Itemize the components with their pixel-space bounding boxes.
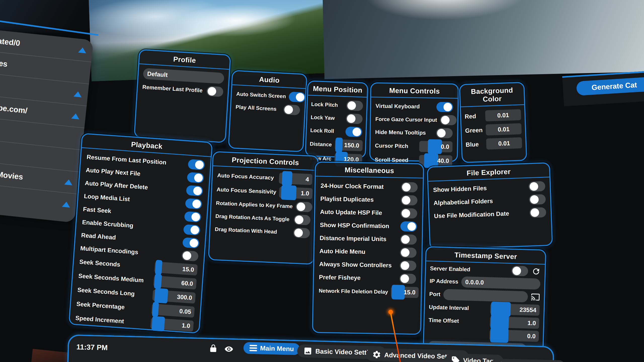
slider-handle[interactable]: [424, 153, 438, 168]
toggle-knob: [191, 212, 200, 221]
slider-seek-percentage[interactable]: 0.05: [151, 304, 195, 318]
slider-auto-focus-sensitivity[interactable]: 1.0: [279, 187, 313, 199]
collapse-arrow-icon[interactable]: [62, 201, 70, 208]
slider-handle[interactable]: [490, 328, 509, 343]
slider-handle[interactable]: [392, 285, 405, 300]
toggle-server-enabled[interactable]: [511, 266, 528, 276]
toggle-lock-pitch[interactable]: [346, 100, 363, 111]
toggle-rotation-applies-to-key-frame[interactable]: [295, 202, 312, 212]
toggle-knob: [189, 239, 198, 248]
ip-address-field[interactable]: 0.0.0.0: [461, 276, 540, 290]
setting-label: Lock Yaw: [311, 114, 335, 121]
setting-row: Hide Menu Tooltips: [375, 126, 453, 140]
setting-label: 24-Hour Clock Format: [320, 182, 384, 190]
slider-handle[interactable]: [155, 260, 163, 275]
toggle-knob: [347, 101, 356, 110]
slider-auto-focus-accuracy[interactable]: 4: [279, 173, 312, 185]
toggle-lock-yaw[interactable]: [346, 113, 363, 124]
slider-seek-seconds-medium[interactable]: 60.0: [153, 276, 197, 290]
toggle-auto-play-after-delete[interactable]: [186, 185, 203, 196]
toggle-lock-roll[interactable]: [345, 126, 362, 137]
lock-icon[interactable]: [209, 344, 218, 353]
toggle-24-hour-clock-format[interactable]: [401, 182, 418, 192]
collapse-arrow-icon[interactable]: [71, 113, 80, 119]
slider-handle[interactable]: [154, 274, 162, 289]
toggle-playlist-duplicates[interactable]: [401, 195, 418, 205]
toggle-remember-last-profile[interactable]: [206, 86, 223, 97]
slider-extra-offset[interactable]: 0.0: [489, 330, 539, 342]
collapse-arrow-icon[interactable]: [73, 91, 82, 97]
toggle-drag-rotation-with-head[interactable]: [293, 228, 310, 238]
slider-distance[interactable]: 150.0: [335, 139, 363, 151]
toggle-multipart-encodings[interactable]: [181, 250, 199, 262]
toggle-fast-seek[interactable]: [184, 211, 202, 222]
toggle-knob: [296, 93, 305, 102]
slider-value: 40.0: [437, 157, 449, 164]
toggle-alphabetical-folders[interactable]: [529, 194, 546, 205]
button-label: Main Menu: [260, 344, 294, 353]
port-field[interactable]: [443, 289, 528, 302]
slider-speed-increment[interactable]: 1.0: [150, 318, 194, 332]
toggle-auto-switch-screen[interactable]: [289, 92, 306, 102]
toggle-hide-menu-tooltips[interactable]: [436, 128, 453, 138]
toggle-loop-media-list[interactable]: [185, 198, 202, 209]
toggle-always-show-controllers[interactable]: [399, 260, 416, 271]
toggle-use-file-modification-date[interactable]: [529, 207, 546, 218]
slider-network-file-deletion-delay[interactable]: 15.0: [391, 287, 419, 298]
slider-handle[interactable]: [282, 171, 292, 186]
toggle-prefer-fisheye[interactable]: [399, 274, 416, 284]
exit-heresphere-button[interactable]: Exit HereSphere: [491, 358, 566, 362]
slider-handle[interactable]: [281, 185, 297, 200]
slider-update-interval[interactable]: 23554: [490, 303, 540, 316]
toggle-auto-play-next-file[interactable]: [187, 172, 204, 183]
main-menu-button[interactable]: Main Menu: [243, 342, 300, 355]
eye-icon[interactable]: [224, 344, 233, 354]
collapse-arrow-icon[interactable]: [78, 47, 87, 53]
slider-value: 15.0: [404, 289, 415, 296]
file-list-label: Shares: [0, 57, 8, 69]
field-value: 0.0.0.0: [465, 279, 484, 286]
cast-icon[interactable]: [531, 292, 540, 302]
toggle-knob: [407, 222, 416, 231]
collapse-arrow-icon[interactable]: [64, 179, 73, 185]
setting-label: Drag Rotation Acts As Toggle: [215, 213, 290, 222]
field-red[interactable]: 0.01: [485, 109, 521, 121]
image-icon: [303, 346, 312, 356]
toggle-resume-from-last-position[interactable]: [188, 159, 205, 170]
slider-handle[interactable]: [491, 302, 511, 317]
toggle-drag-rotation-acts-as-toggle[interactable]: [294, 214, 311, 225]
setting-label: Force Gaze Cursor Input: [375, 116, 437, 123]
generate-catalog-button[interactable]: Generate Cat: [576, 77, 644, 96]
slider-time-offset[interactable]: 1.0: [490, 316, 539, 329]
toggle-show-hsp-confirmation[interactable]: [400, 221, 417, 232]
slider-handle[interactable]: [335, 138, 343, 152]
field-blue[interactable]: 0.01: [486, 137, 522, 150]
star-rating[interactable]: ★★★★★: [262, 360, 320, 362]
slider-cursor-pitch[interactable]: 0.0: [419, 141, 453, 152]
toggle-auto-update-hsp-file[interactable]: [400, 208, 417, 218]
setting-label: Playlist Duplicates: [320, 195, 374, 203]
toggle-auto-hide-menu[interactable]: [400, 247, 417, 258]
toggle-play-all-screens[interactable]: [283, 104, 300, 115]
slider-handle[interactable]: [152, 302, 159, 317]
slider-handle[interactable]: [428, 139, 442, 154]
toggle-read-ahead[interactable]: [182, 237, 200, 249]
refresh-icon[interactable]: [532, 267, 541, 276]
slider-scroll-speed[interactable]: 40.0: [419, 155, 453, 166]
field-green[interactable]: 0.01: [486, 123, 521, 135]
toggle-knob: [437, 129, 446, 137]
slider-handle[interactable]: [491, 315, 509, 330]
toggle-enable-scrubbing[interactable]: [183, 224, 200, 236]
slider-seek-seconds[interactable]: 15.0: [154, 261, 198, 276]
setting-label: Seek Seconds Medium: [78, 272, 144, 284]
setting-row: Cursor Pitch 0.0: [375, 139, 453, 154]
toggle-virtual-keyboard[interactable]: [436, 102, 453, 112]
slider-handle[interactable]: [151, 316, 165, 331]
toggle-show-hidden-files[interactable]: [529, 181, 545, 192]
toggle-force-gaze-cursor-input[interactable]: [440, 115, 457, 125]
slider-handle[interactable]: [154, 288, 168, 303]
slider-seek-seconds-long[interactable]: 300.0: [152, 290, 196, 304]
toggle-distance-imperial-units[interactable]: [400, 234, 417, 245]
slider-value: 1.0: [181, 322, 190, 329]
setting-label: Auto Play After Delete: [85, 179, 148, 191]
